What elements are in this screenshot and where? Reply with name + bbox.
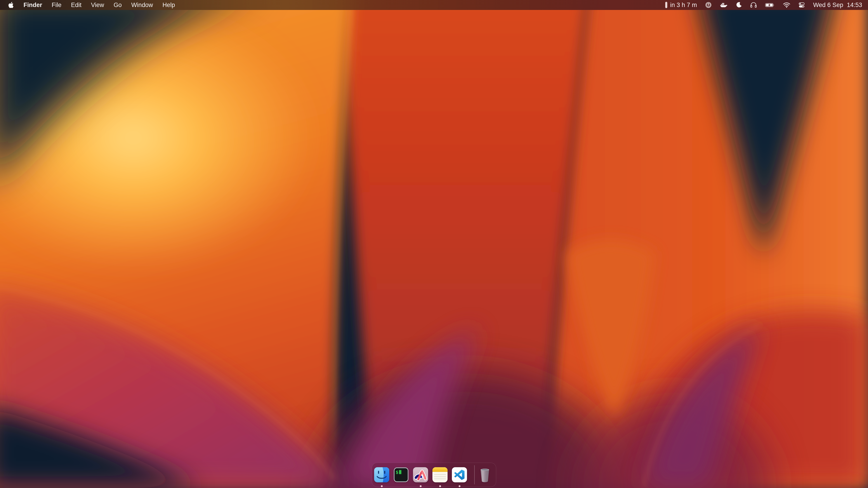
control-center-icon (799, 2, 805, 8)
power-circle-icon (705, 2, 712, 8)
status-focus[interactable] (736, 0, 742, 10)
timer-label: in 3 h 7 m (670, 2, 697, 8)
menu-view[interactable]: View (86, 0, 109, 10)
dock-vscode[interactable] (452, 467, 467, 482)
clock-date: Wed 6 Sep (813, 2, 843, 8)
dock-separator (474, 465, 475, 484)
desktop-wallpaper (0, 0, 868, 488)
status-battery[interactable] (765, 0, 775, 10)
running-indicator (439, 485, 441, 487)
wifi-icon (783, 2, 790, 8)
moon-focus-icon (736, 2, 742, 8)
trash-icon (478, 466, 491, 484)
running-indicator (420, 485, 422, 487)
dock-finder[interactable] (374, 467, 389, 482)
menu-bar-status: in 3 h 7 m (665, 0, 868, 10)
menu-window[interactable]: Window (127, 0, 158, 10)
finder-icon (374, 467, 389, 482)
docker-whale-icon (720, 2, 727, 8)
dock-trash[interactable] (478, 466, 491, 484)
terminal-icon: $ (394, 467, 409, 482)
arc-browser-icon (413, 467, 428, 482)
notes-icon (432, 467, 447, 482)
battery-charging-icon (765, 3, 775, 7)
status-clock[interactable]: Wed 6 Sep 14:53 (813, 0, 862, 10)
dock: $ (372, 463, 496, 487)
apple-logo-icon (8, 2, 14, 8)
status-power-circle[interactable] (705, 0, 712, 10)
menu-bar-left: Finder File Edit View Go Window Help (0, 0, 180, 10)
status-wifi[interactable] (783, 0, 790, 10)
dock-terminal[interactable]: $ (394, 467, 409, 482)
headphones-icon (750, 2, 757, 8)
svg-text:$: $ (396, 470, 398, 475)
running-indicator (381, 485, 383, 487)
dock-arc-browser[interactable] (413, 467, 428, 482)
running-indicator (459, 485, 460, 487)
clock-time: 14:53 (847, 2, 862, 8)
dock-notes[interactable] (432, 467, 447, 482)
status-control-center[interactable] (799, 0, 805, 10)
status-docker[interactable] (720, 0, 727, 10)
apple-menu[interactable] (3, 0, 19, 10)
menu-help[interactable]: Help (158, 0, 180, 10)
menu-edit[interactable]: Edit (66, 0, 86, 10)
menu-file[interactable]: File (47, 0, 66, 10)
menu-go[interactable]: Go (109, 0, 127, 10)
menu-app-name[interactable]: Finder (19, 0, 47, 10)
status-headphones[interactable] (750, 0, 757, 10)
timer-progress-icon (665, 2, 667, 8)
menu-bar: Finder File Edit View Go Window Help in … (0, 0, 868, 10)
vscode-icon (452, 467, 467, 482)
status-timer[interactable]: in 3 h 7 m (665, 0, 697, 10)
